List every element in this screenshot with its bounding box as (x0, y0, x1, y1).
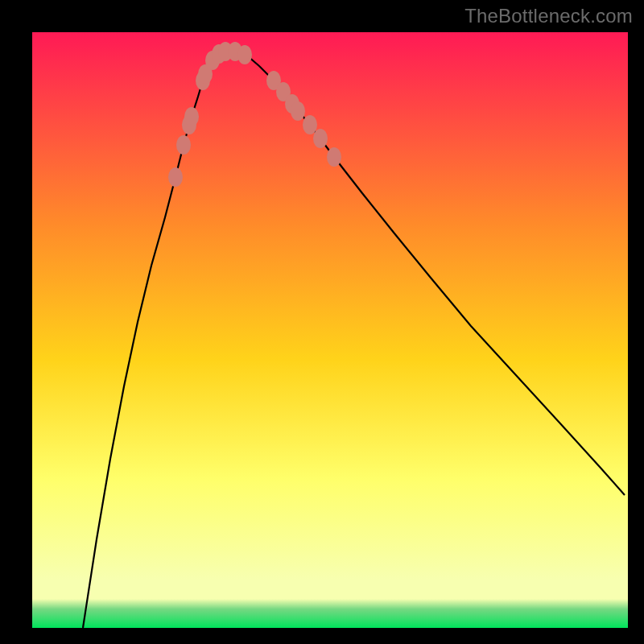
data-marker (237, 45, 252, 64)
plot-area (32, 32, 628, 628)
data-marker (303, 115, 317, 134)
bottleneck-curve (83, 52, 625, 628)
chart-frame: TheBottleneck.com (0, 0, 644, 644)
data-marker (168, 167, 183, 187)
data-marker (184, 107, 199, 126)
data-marker (176, 135, 191, 155)
watermark-text: TheBottleneck.com (464, 5, 633, 27)
curve-layer (32, 32, 628, 628)
data-marker (291, 101, 305, 121)
data-marker (313, 129, 328, 148)
data-marker (327, 147, 341, 167)
marker-group (168, 42, 341, 187)
